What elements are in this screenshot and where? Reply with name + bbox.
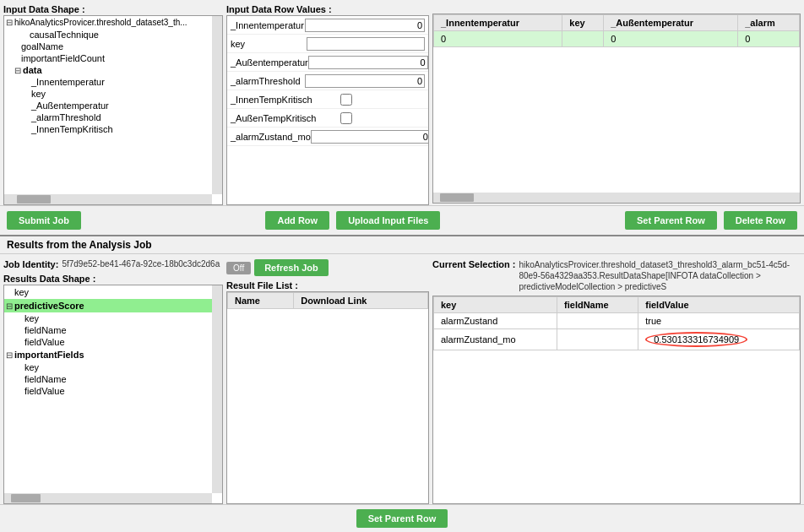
tree-node-causalTechnique[interactable]: causalTechnique	[4, 29, 222, 41]
table-cell[interactable]: 0	[434, 31, 562, 47]
tree-node-innenTempKritisch[interactable]: _InnenTempKritisch	[4, 123, 222, 135]
result-tree-node-importantFields[interactable]: ⊟ importantFields	[4, 348, 222, 361]
tree-node-data[interactable]: ⊟ data	[4, 64, 222, 76]
field-row-alarmThreshold: _alarmThreshold	[227, 72, 428, 90]
results-data-shape-label: Results Data Shape :	[3, 273, 223, 285]
result-cell-fieldName-1[interactable]	[557, 313, 638, 329]
toggle-off-button[interactable]: Off	[226, 262, 251, 274]
col-innentemperatur: _Innentemperatur	[434, 15, 562, 31]
tree-node-innentemperatur[interactable]: _Innentemperatur	[4, 76, 222, 88]
result-tree-node-if-key[interactable]: key	[4, 361, 222, 373]
field-row-alarmZustand-mo: _alarmZustand_mo	[227, 128, 428, 146]
tree-node-aussentemperatur[interactable]: _Außentemperatur	[4, 100, 222, 111]
innenTempKritisch-checkbox[interactable]	[340, 94, 352, 106]
input-shape-label: Input Data Shape :	[3, 3, 223, 15]
submit-job-button[interactable]: Submit Job	[7, 211, 81, 230]
tree-node-goalName[interactable]: goalName	[4, 41, 222, 52]
table-cell[interactable]: 0	[738, 31, 800, 47]
add-row-button[interactable]: Add Row	[265, 211, 329, 230]
col-aussentemperatur: _Außentemperatur	[604, 15, 738, 31]
tree-root-node[interactable]: ⊟ hikoAnalyticsProvicer.threshold_datase…	[4, 16, 222, 29]
set-parent-row-button-top[interactable]: Set Parent Row	[625, 211, 717, 230]
key-input[interactable]	[307, 37, 425, 51]
result-cell-key-2[interactable]: alarmZustand_mo	[434, 329, 557, 350]
result-cell-fieldName-2[interactable]	[557, 329, 638, 350]
result-cell-fieldValue-1[interactable]: true	[638, 313, 800, 329]
upload-input-files-button[interactable]: Upload Input Files	[336, 211, 440, 230]
file-col-download: Download Link	[294, 293, 428, 309]
result-col-fieldName: fieldName	[557, 297, 638, 313]
results-heading: Results from the Analysis Job	[0, 236, 804, 254]
delete-row-button[interactable]: Delete Row	[724, 211, 797, 230]
tree-node-key[interactable]: key	[4, 88, 222, 100]
aussenTempKritisch-checkbox[interactable]	[340, 112, 352, 124]
result-tree-node-if-fieldName[interactable]: fieldName	[4, 373, 222, 385]
circled-value: 0.530133316734909	[645, 332, 747, 347]
job-id-value: 5f7d9e52-be41-467a-92ce-18b0c3dc2d6a	[62, 259, 220, 269]
tree-node-alarmThreshold[interactable]: _alarmThreshold	[4, 111, 222, 123]
result-tree-node-if-fieldValue[interactable]: fieldValue	[4, 385, 222, 397]
innentemperatur-input[interactable]	[305, 19, 425, 32]
table-cell[interactable]: 0	[604, 31, 738, 47]
result-cell-key-1[interactable]: alarmZustand	[434, 313, 557, 329]
current-selection-value: hikoAnalyticsProvicer.threshold_dataset3…	[519, 259, 801, 292]
field-row-aussenTempKritisch: _AußenTempKritisch	[227, 109, 428, 128]
field-row-key: key	[227, 35, 428, 53]
aussentemperatur-input[interactable]	[308, 56, 428, 69]
set-parent-row-button-bottom[interactable]: Set Parent Row	[356, 509, 448, 528]
col-key: key	[562, 15, 604, 31]
file-col-name: Name	[228, 293, 294, 309]
result-tree-node-predictiveScore[interactable]: ⊟ predictiveScore	[4, 299, 222, 312]
input-row-values-label: Input Data Row Values :	[226, 3, 429, 15]
field-row-aussentemperatur: _Außentemperatur	[227, 53, 428, 72]
refresh-job-button[interactable]: Refresh Job	[254, 259, 329, 276]
result-tree-node-key[interactable]: key	[4, 285, 222, 299]
alarmThreshold-input[interactable]	[305, 74, 425, 88]
field-row-innentemperatur: _Innentemperatur	[227, 16, 428, 35]
table-cell[interactable]	[562, 31, 604, 47]
field-row-innenTempKritisch: _InnenTempKritisch	[227, 90, 428, 109]
result-col-fieldValue: fieldValue	[638, 297, 800, 313]
result-tree-node-ps-fieldName[interactable]: fieldName	[4, 324, 222, 336]
result-tree-node-ps-fieldValue[interactable]: fieldValue	[4, 336, 222, 348]
tree-node-importantFieldCount[interactable]: importantFieldCount	[4, 52, 222, 64]
alarmZustand-mo-input[interactable]	[311, 130, 429, 144]
current-selection-label: Current Selection :	[432, 259, 515, 269]
result-cell-fieldValue-2[interactable]: 0.530133316734909	[638, 329, 800, 350]
result-col-key: key	[434, 297, 557, 313]
result-tree-node-ps-key[interactable]: key	[4, 312, 222, 324]
result-file-list-label: Result File List :	[226, 280, 429, 291]
job-identity-label: Job Identity:	[3, 259, 58, 269]
col-alarm: _alarm	[738, 15, 800, 31]
